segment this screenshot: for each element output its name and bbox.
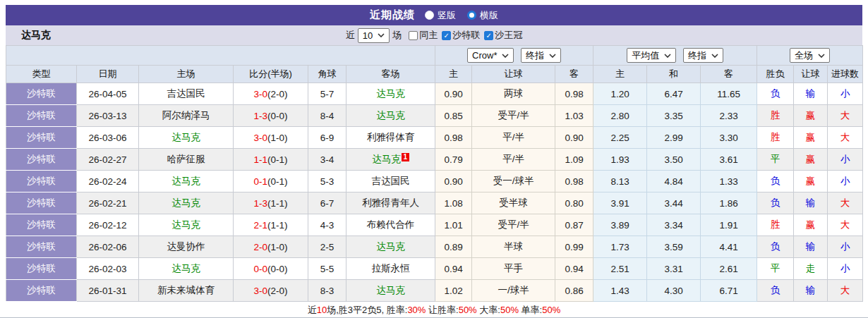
select-row: Crow* 终指 平均值 终指: [6, 46, 863, 66]
cell-odds-handicap: 平/半: [472, 149, 555, 171]
home-team-link[interactable]: 达曼协作: [167, 241, 205, 252]
cell-away: 拉斯永恒: [346, 258, 435, 280]
cell-odds-handicap: 平手: [472, 258, 555, 280]
cell-odds-handicap: 两球: [472, 83, 555, 105]
checkbox-icon[interactable]: ✓: [484, 31, 493, 40]
stat-label: 近: [308, 304, 317, 317]
away-team-link[interactable]: 达马克: [376, 285, 405, 295]
home-team-link[interactable]: 阿尔纳泽马: [162, 110, 210, 121]
col-goals-result: 进球数: [828, 66, 863, 83]
cell-goals-result: 小: [828, 171, 863, 192]
near-label: 近: [346, 29, 355, 42]
away-team-link[interactable]: 利雅得青年人: [362, 197, 419, 208]
cell-date: 26-03-06: [77, 127, 139, 149]
cell-avg-home: 2.51: [593, 258, 647, 280]
full-score: 1-3: [253, 198, 267, 209]
filter-checkbox-同主[interactable]: 同主: [409, 29, 438, 42]
home-team-link[interactable]: 达马克: [171, 219, 200, 230]
away-team-link[interactable]: 布赖代合作: [367, 219, 415, 230]
table-row: 沙特联 26-02-03 达马克 0-0(0-0) 5-5 拉斯永恒 0.94 …: [6, 258, 863, 280]
cell-goals-result: 大: [828, 127, 863, 149]
scope-select-group: 全场: [757, 46, 863, 66]
table-row: 沙特联 26-02-21 达马克 1-3(1-1) 6-7 利雅得青年人 1.0…: [6, 192, 863, 214]
away-team-link[interactable]: 拉斯永恒: [372, 263, 410, 274]
home-team-link[interactable]: 达马克: [171, 176, 200, 186]
cell-avg-home: 1.73: [593, 236, 647, 258]
away-team-link[interactable]: 吉达国民: [372, 176, 410, 186]
cell-home: 达马克: [139, 192, 234, 214]
cell-handicap-result: 走: [794, 258, 828, 280]
home-team-link[interactable]: 达马克: [171, 197, 200, 208]
cell-result: 平: [757, 149, 794, 171]
home-team-link[interactable]: 新未来城体育: [157, 285, 215, 295]
checkbox-label: 同主: [419, 29, 438, 42]
cell-date: 26-02-24: [77, 171, 139, 192]
match-count-select[interactable]: 10: [358, 28, 390, 43]
full-score: 1-3: [253, 111, 267, 121]
filter-checkbox-沙特联[interactable]: ✓沙特联: [442, 29, 480, 42]
checkbox-icon[interactable]: ✓: [442, 31, 451, 40]
cell-date: 26-01-31: [77, 280, 139, 302]
cell-score: 1-3(1-1): [234, 192, 308, 214]
scope-select[interactable]: 全场: [790, 48, 830, 63]
cell-avg-home: 1.20: [593, 83, 647, 105]
layout-radio-竖版[interactable]: 竖版: [425, 9, 456, 22]
odds-company-select[interactable]: Crow*: [467, 48, 514, 63]
cell-away: 达马克: [346, 83, 435, 105]
results-tbody: 沙特联 26-04-05 吉达国民 3-0(2-0) 5-7 达马克 0.90 …: [6, 83, 863, 302]
cell-avg-draw: 4.30: [647, 280, 701, 302]
away-team-link[interactable]: 达马克: [376, 88, 405, 99]
cell-odds-home: 0.90: [435, 83, 472, 105]
match-count-value: 10: [363, 30, 373, 41]
half-score: (0-1): [267, 154, 288, 165]
odds-time-select[interactable]: 终指: [521, 48, 561, 63]
half-score: (1-1): [267, 198, 288, 209]
avg-type-select[interactable]: 平均值: [627, 48, 676, 63]
cell-score: 1-3(0-0): [234, 105, 308, 127]
cell-corners: 6-9: [308, 127, 346, 149]
checkbox-icon[interactable]: [409, 31, 418, 40]
radio-label: 横版: [480, 9, 498, 22]
col-avg-draw: 和: [647, 66, 701, 83]
cell-odds-home: 0.94: [435, 258, 472, 280]
away-team-link[interactable]: 达马克: [372, 154, 401, 164]
cell-league: 沙特联: [6, 127, 77, 149]
cell-league: 沙特联: [6, 83, 77, 105]
avg-type-value: 平均值: [632, 50, 659, 61]
radio-icon[interactable]: [425, 11, 434, 20]
cell-avg-away: 3.61: [701, 149, 757, 171]
cell-avg-draw: 2.99: [647, 127, 701, 149]
home-team-link[interactable]: 达马克: [171, 132, 200, 142]
home-team-link[interactable]: 吉达国民: [167, 88, 205, 99]
radio-icon[interactable]: [467, 11, 476, 20]
home-team-link[interactable]: 达马克: [171, 263, 200, 274]
col-away: 客场: [346, 66, 435, 83]
avg-time-select[interactable]: 终指: [683, 48, 723, 63]
away-team-link[interactable]: 利雅得体育: [367, 132, 415, 142]
red-card-badge: 1: [402, 153, 409, 161]
cell-handicap-result: 输: [794, 236, 828, 258]
col-result: 胜负: [757, 66, 794, 83]
cell-handicap-result: 输: [794, 280, 828, 302]
cell-goals-result: 大: [828, 280, 863, 302]
cell-avg-draw: 3.35: [647, 105, 701, 127]
cell-odds-home: 0.79: [435, 149, 472, 171]
filter-checkbox-沙王冠[interactable]: ✓沙王冠: [484, 29, 522, 42]
checkbox-label: 沙王冠: [495, 29, 522, 42]
cell-odds-away: 1.03: [555, 105, 593, 127]
chevron-down-icon: [664, 54, 671, 58]
select-row-spacer: [6, 46, 435, 66]
cell-corners: 4-3: [308, 214, 346, 236]
layout-radio-横版[interactable]: 横版: [467, 9, 498, 22]
cell-goals-result: 小: [828, 236, 863, 258]
away-team-link[interactable]: 达马克: [376, 110, 405, 121]
away-team-link[interactable]: 达马克: [376, 241, 405, 252]
home-team-link[interactable]: 哈萨征服: [167, 154, 205, 164]
cell-league: 沙特联: [6, 171, 77, 192]
cell-avg-away: 2.61: [701, 258, 757, 280]
cell-odds-home: 1.08: [435, 192, 472, 214]
cell-odds-home: 0.85: [435, 105, 472, 127]
col-home: 主场: [139, 66, 234, 83]
cell-odds-away: 0.90: [555, 127, 593, 149]
layout-radio-group: 竖版横版: [425, 9, 498, 22]
